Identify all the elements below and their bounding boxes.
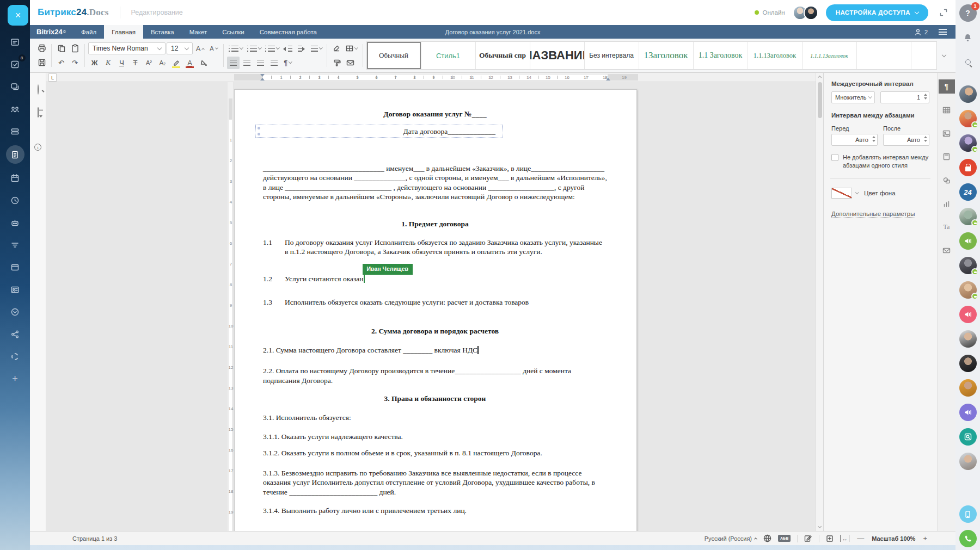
locked-chat-icon[interactable]: [959, 159, 977, 176]
shape-settings-tab[interactable]: [939, 173, 955, 187]
avatar[interactable]: [959, 134, 977, 152]
paste-button[interactable]: [69, 42, 81, 55]
align-left-button[interactable]: [227, 57, 240, 69]
chart-settings-tab[interactable]: [939, 196, 955, 211]
subscript-button[interactable]: A₂: [156, 57, 169, 69]
style-preset[interactable]: Обычный: [367, 42, 421, 69]
tab-stop-selector[interactable]: L: [48, 73, 57, 82]
sidebar-item-crm[interactable]: [7, 214, 23, 231]
spacing-after-spinner[interactable]: Авто: [883, 134, 929, 146]
justify-button[interactable]: [268, 57, 280, 69]
clause-3-1[interactable]: 3.1. Исполнитель обязуется:: [263, 413, 607, 423]
style-preset[interactable]: НАЗВАНИЕ: [530, 42, 585, 69]
fit-page-button[interactable]: [826, 535, 834, 542]
avatar[interactable]: [959, 110, 977, 127]
sidebar-item-sales[interactable]: [7, 237, 23, 253]
clear-style-button[interactable]: [330, 42, 343, 55]
sidebar-item-drive[interactable]: [7, 123, 23, 139]
header-footer-settings-tab[interactable]: [939, 150, 955, 164]
right-indent-marker[interactable]: [606, 78, 610, 81]
line-spacing-type-select[interactable]: Множитель: [831, 91, 875, 103]
notifications-button[interactable]: [959, 29, 977, 46]
multilevel-list-button[interactable]: [264, 42, 281, 55]
clause-1-2[interactable]: 1.2 Услуги считаются оказанИван Челищев: [263, 274, 607, 284]
line-spacing-value-spinner[interactable]: 1: [880, 91, 929, 103]
align-center-button[interactable]: [241, 57, 253, 69]
print-button[interactable]: [35, 42, 48, 55]
collaborator-avatars[interactable]: [793, 5, 818, 20]
redo-button[interactable]: ↷: [69, 57, 81, 69]
zoom-out-button[interactable]: —: [856, 534, 865, 542]
sidebar-item-chat[interactable]: [7, 78, 23, 95]
access-settings-button[interactable]: НАСТРОЙКА ДОСТУПА: [826, 4, 928, 21]
bold-button[interactable]: Ж: [88, 57, 101, 69]
superscript-button[interactable]: A²: [143, 57, 155, 69]
underline-button[interactable]: Ч: [115, 57, 128, 69]
document-canvas[interactable]: 12345678910111213141516171819 L 12345678…: [46, 73, 823, 531]
image-settings-tab[interactable]: [939, 126, 955, 140]
mail-merge-button[interactable]: [344, 57, 357, 69]
section2-heading[interactable]: 2. Сумма договора и порядок расчетов: [263, 326, 607, 336]
style-preset[interactable]: 1.1 Заголовок: [694, 42, 748, 69]
doc-title[interactable]: Договор оказания услуг №____: [263, 109, 607, 119]
table-settings-tab[interactable]: [939, 103, 955, 117]
clause-3-1-4[interactable]: 3.1.4. Выполнить работу лично или с прив…: [263, 506, 607, 516]
sidebar-item-add[interactable]: +: [7, 370, 23, 387]
sidebar-item-people[interactable]: [7, 101, 23, 117]
spin-up-icon[interactable]: [924, 94, 927, 96]
avatar[interactable]: [959, 208, 977, 225]
mail-merge-settings-tab[interactable]: [939, 243, 955, 257]
align-right-button[interactable]: [254, 57, 267, 69]
announcement-channel-icon[interactable]: [959, 306, 977, 323]
document-page[interactable]: Договор оказания услуг №____ Дата догово…: [234, 89, 637, 531]
vertical-ruler[interactable]: 1234567891011121314151617181920: [228, 82, 234, 531]
style-preset[interactable]: 1Заголовок: [639, 42, 694, 69]
spellcheck-button[interactable]: АБВ: [778, 535, 791, 542]
sidebar-item-settings[interactable]: [7, 348, 23, 364]
document-scrollbar[interactable]: [816, 73, 823, 531]
italic-button[interactable]: К: [102, 57, 114, 69]
font-name-select[interactable]: Times New Roman: [88, 42, 166, 54]
search-sidebar-button[interactable]: [959, 53, 977, 71]
fit-width-button[interactable]: ↔: [840, 535, 849, 542]
decrease-font-button[interactable]: A: [207, 42, 220, 55]
paragraph-settings-tab[interactable]: ¶: [939, 79, 955, 94]
styles-gallery-expand-button[interactable]: [937, 55, 951, 57]
avatar[interactable]: [959, 257, 977, 274]
doc-intro-paragraph[interactable]: _________________________________ именуе…: [263, 164, 607, 202]
menu-tab[interactable]: Вставка: [143, 25, 182, 39]
horizontal-ruler[interactable]: 12345678910111213141516171819: [46, 73, 823, 82]
announcement-channel-icon[interactable]: [959, 404, 977, 421]
menu-tab[interactable]: Главная: [104, 25, 143, 39]
increase-font-button[interactable]: A: [194, 42, 206, 55]
style-preset[interactable]: Стиль1: [421, 42, 476, 69]
sidebar-item-feed[interactable]: [7, 34, 23, 50]
clause-2-1[interactable]: 2.1. Сумма настоящего Договора составляе…: [263, 345, 607, 355]
style-preset[interactable]: Без интервала: [585, 42, 639, 69]
style-preset[interactable]: 1.1.1.1Заголовок: [803, 42, 857, 69]
section3-heading[interactable]: 3. Права и обязанности сторон: [263, 394, 607, 404]
style-preset[interactable]: [857, 42, 911, 69]
highlight-color-button[interactable]: [170, 57, 182, 69]
page-indicator[interactable]: Страница 1 из 3: [30, 535, 117, 542]
sidebar-item-time[interactable]: [7, 192, 23, 208]
scroll-down-button[interactable]: [816, 523, 823, 531]
font-size-select[interactable]: 12: [167, 42, 193, 54]
undo-button[interactable]: ↶: [55, 57, 68, 69]
shading-button[interactable]: [197, 57, 210, 69]
copy-style-button[interactable]: [330, 57, 343, 69]
left-indent-marker[interactable]: [260, 78, 265, 81]
clause-3-1-3[interactable]: 3.1.3. Безвозмездно исправить по требова…: [263, 468, 607, 497]
scroll-up-button[interactable]: [816, 73, 823, 81]
sidebar-item-calendar[interactable]: [7, 170, 23, 186]
menu-tab[interactable]: Совместная работа: [252, 25, 324, 39]
sidebar-item-tasks[interactable]: 8: [7, 56, 23, 72]
line-spacing-button[interactable]: [309, 42, 324, 55]
online-users-button[interactable]: 2: [915, 28, 928, 36]
bullet-list-button[interactable]: [227, 42, 244, 55]
avatar[interactable]: [959, 85, 977, 103]
about-button[interactable]: i: [34, 144, 41, 151]
avatar[interactable]: [959, 281, 977, 299]
document-language-button[interactable]: [763, 534, 771, 542]
copy-button[interactable]: [55, 42, 68, 55]
